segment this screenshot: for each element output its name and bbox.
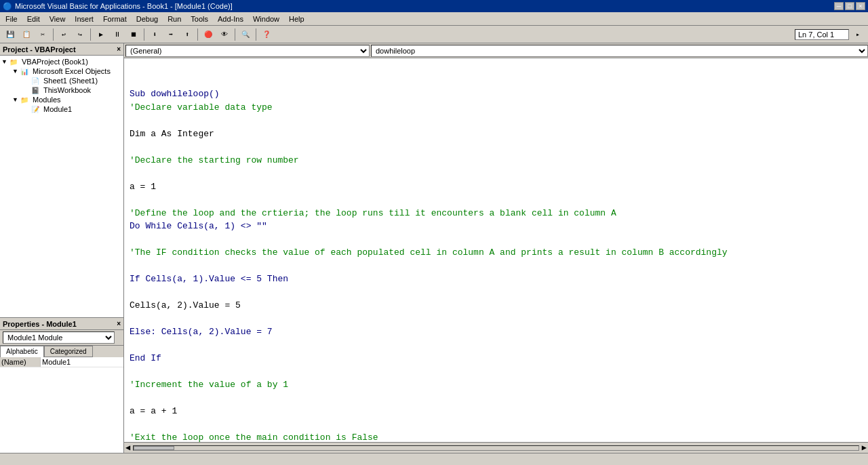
scroll-thumb[interactable] <box>134 446 174 450</box>
menu-tools[interactable]: Tools <box>186 14 212 24</box>
horizontal-scrollbar[interactable] <box>133 445 859 451</box>
toolbar-sep4 <box>197 28 198 41</box>
tree-vbaproject[interactable]: ▼ 📁 VBAProject (Book1) <box>1 57 122 66</box>
minimize-btn[interactable]: ─ <box>834 2 844 10</box>
code-line <box>130 167 863 180</box>
code-line: Dim a As Integer <box>130 127 863 141</box>
code-line <box>130 114 863 127</box>
menu-view[interactable]: View <box>45 14 70 24</box>
code-line <box>130 193 863 207</box>
code-line: Cells(a, 2).Value = 5 <box>130 299 863 312</box>
prop-name-label: (Name) <box>0 357 41 367</box>
tree-toggle-excel: ▼ <box>12 68 20 75</box>
close-btn[interactable]: × <box>856 2 865 10</box>
title-bar-controls[interactable]: ─ □ × <box>834 2 865 10</box>
folder-icon: 📁 <box>9 58 20 66</box>
toolbar-undo[interactable]: ↩ <box>56 28 71 41</box>
menu-help[interactable]: Help <box>285 14 309 24</box>
code-line: 'Declare the starting row number <box>130 154 863 167</box>
code-line <box>130 260 863 273</box>
project-panel-header: Project - VBAProject × <box>0 43 123 56</box>
code-line: End If <box>130 352 863 365</box>
code-line: 'Define the loop and the crtieria; the l… <box>130 207 863 220</box>
tab-categorized[interactable]: Categorized <box>44 346 93 357</box>
toolbar-pause[interactable]: ⏸ <box>110 28 125 41</box>
menu-file[interactable]: File <box>1 14 22 24</box>
tree-toggle-wb <box>23 87 31 94</box>
code-line: Do While Cells(a, 1) <> "" <box>130 220 863 233</box>
tree-excel-objects[interactable]: ▼ 📊 Microsoft Excel Objects <box>1 66 122 76</box>
code-line <box>130 233 863 247</box>
toolbar-btn3[interactable]: ✂️ <box>35 28 50 41</box>
title-bar: 🔵 Microsoft Visual Basic for Application… <box>0 0 868 12</box>
scrollbar-bottom[interactable]: ◀ ▶ <box>124 442 868 453</box>
toolbar-find[interactable]: 🔍 <box>238 28 253 41</box>
menu-format[interactable]: Format <box>99 14 131 24</box>
code-line: a = a + 1 <box>130 405 863 418</box>
tree-label-thisworkbook: ThisWorkbook <box>43 86 91 94</box>
menu-insert[interactable]: Insert <box>71 14 98 24</box>
menu-run[interactable]: Run <box>163 14 185 24</box>
code-editor-wrapper[interactable]: Sub dowhileloop()'Declare variable data … <box>124 58 868 442</box>
project-panel-title: Project - VBAProject <box>3 45 76 54</box>
properties-panel-title: Properties - Module1 <box>3 320 77 328</box>
toolbar-sep5 <box>235 28 235 41</box>
properties-panel-close[interactable]: × <box>117 320 121 327</box>
properties-object-select[interactable]: Module1 Module <box>3 331 115 344</box>
code-toolbar: (General) dowhileloop <box>124 43 868 58</box>
code-line: 'Increment the value of a by 1 <box>130 378 863 392</box>
toolbar-watch[interactable]: 👁 <box>217 28 232 41</box>
toolbar-help[interactable]: ❓ <box>259 28 274 41</box>
code-line: If Cells(a, 1).Value <= 5 Then <box>130 272 863 286</box>
toolbar-sep2 <box>90 28 91 41</box>
status-bar <box>0 453 868 465</box>
tab-alphabetic[interactable]: Alphabetic <box>0 346 44 357</box>
menu-addins[interactable]: Add-Ins <box>214 14 248 24</box>
excel-icon: 📊 <box>20 68 31 75</box>
workbook-icon: 📓 <box>31 87 42 94</box>
menu-debug[interactable]: Debug <box>132 14 162 24</box>
toolbar-step-out[interactable]: ⬆ <box>180 28 195 41</box>
toolbar-save[interactable]: 💾 <box>3 28 18 41</box>
toolbar-breakpoint[interactable]: 🔴 <box>201 28 216 41</box>
toolbar-stop[interactable]: ⏹ <box>126 28 141 41</box>
tree-toggle-root: ▼ <box>1 58 9 65</box>
toolbar-sep6 <box>256 28 256 41</box>
toolbar-status: Ln 7, Col 1 <box>795 29 849 40</box>
toolbar-redo[interactable]: ↪ <box>73 28 87 41</box>
prop-name-row: (Name) Module1 <box>0 357 123 367</box>
toolbar-step-into[interactable]: ⬇ <box>147 28 162 41</box>
tree-sheet1[interactable]: 📄 Sheet1 (Sheet1) <box>1 76 122 85</box>
title-text: Microsoft Visual Basic for Applications … <box>15 2 233 10</box>
tree-label-excel: Microsoft Excel Objects <box>33 67 111 75</box>
prop-tabs: Alphabetic Categorized <box>0 346 123 357</box>
scroll-right-btn[interactable]: ▶ <box>862 443 867 453</box>
code-line: Else: Cells(a, 2).Value = 7 <box>130 325 863 339</box>
code-line: Sub dowhileloop() <box>130 87 863 101</box>
code-line <box>130 286 863 300</box>
menu-window[interactable]: Window <box>249 14 283 24</box>
code-editor[interactable]: Sub dowhileloop()'Declare variable data … <box>124 58 868 442</box>
toolbar-run[interactable]: ▶ <box>94 28 108 41</box>
tree-modules[interactable]: ▼ 📁 Modules <box>1 95 122 104</box>
toolbar-btn2[interactable]: 📋 <box>19 28 34 41</box>
scroll-left-btn[interactable]: ◀ <box>125 443 130 453</box>
project-panel-close[interactable]: × <box>117 45 121 53</box>
toolbar-arrow[interactable]: ▸ <box>850 28 865 41</box>
general-select[interactable]: (General) <box>125 45 370 57</box>
code-panel: (General) dowhileloop Sub dowhileloop()'… <box>124 43 868 453</box>
tree-thisworkbook[interactable]: 📓 ThisWorkbook <box>1 85 122 95</box>
code-line <box>130 392 863 405</box>
tree-module1[interactable]: 📝 Module1 <box>1 104 122 114</box>
restore-btn[interactable]: □ <box>845 2 854 10</box>
prop-name-value: Module1 <box>41 357 123 367</box>
project-tree: ▼ 📁 VBAProject (Book1) ▼ 📊 Microsoft Exc… <box>0 56 123 317</box>
menu-bar: File Edit View Insert Format Debug Run T… <box>0 12 868 26</box>
procedure-select[interactable]: dowhileloop <box>371 45 868 57</box>
toolbar-step-over[interactable]: ➡ <box>163 28 178 41</box>
code-line <box>130 312 863 326</box>
toolbar-sep1 <box>53 28 54 41</box>
modules-icon: 📁 <box>20 96 31 104</box>
code-line <box>130 140 863 154</box>
menu-edit[interactable]: Edit <box>23 14 44 24</box>
